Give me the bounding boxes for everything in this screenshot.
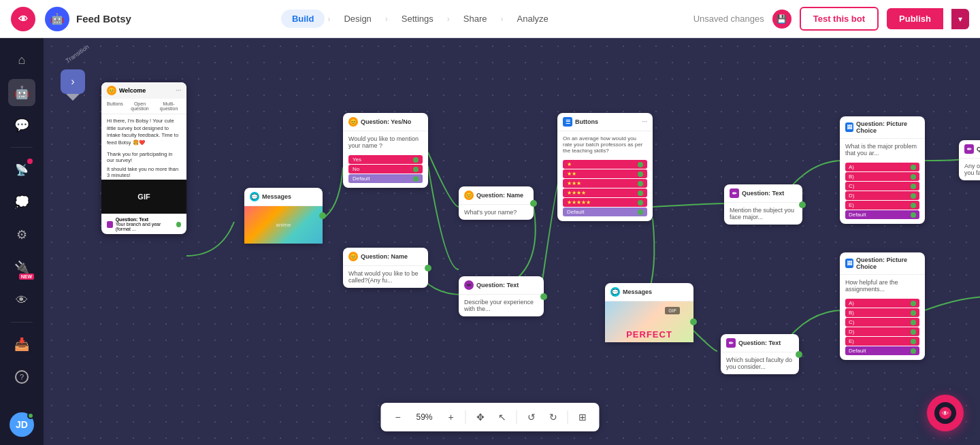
- tab-settings[interactable]: Settings: [391, 10, 444, 28]
- welcome-time-text: It should take you no more than 3 minute…: [101, 165, 186, 180]
- sidebar-item-home[interactable]: ⌂: [8, 46, 35, 73]
- pic1-c: C): [845, 182, 919, 191]
- default-label: Default: [353, 176, 370, 182]
- flow-canvas[interactable]: Transition › 😊 Welcome ··· Buttons Open …: [44, 38, 980, 445]
- star1: ★: [563, 160, 647, 169]
- sidebar-item-whatsapp[interactable]: 💬: [8, 112, 35, 139]
- text2-icon: ✏: [730, 188, 739, 198]
- tab-share[interactable]: Share: [453, 10, 498, 28]
- star3-connector: [638, 181, 643, 186]
- sidebar-item-audience[interactable]: 👁: [8, 286, 35, 314]
- sidebar-item-plugin[interactable]: 🔌 NEW: [8, 254, 35, 281]
- pc2def-label: Default: [849, 348, 866, 354]
- sidebar-item-conversations[interactable]: 💭: [8, 188, 35, 216]
- buttons-action[interactable]: Buttons: [107, 101, 123, 111]
- pc2b-conn: [911, 310, 916, 316]
- sidebar-separator-2: [11, 322, 33, 323]
- welcome-menu[interactable]: ···: [176, 87, 181, 94]
- sidebar-item-integrations[interactable]: ⚙: [8, 221, 35, 248]
- star4-label: ★★★★: [567, 190, 586, 196]
- text3-body: Which subject faculty do you consider...: [721, 352, 799, 374]
- buttons-menu[interactable]: ···: [642, 118, 647, 125]
- welcome-body-text: Hi there, I'm Botsy ! Your cute little s…: [101, 114, 186, 150]
- grid-button[interactable]: ⊞: [572, 407, 593, 427]
- pic2-d: D): [845, 327, 919, 336]
- name2-body: What would you like to be called?(Any fu…: [343, 266, 428, 288]
- pic1-title: Question: Picture Choice: [856, 120, 919, 134]
- messages2-title: Messages: [623, 289, 652, 295]
- pc2d-label: D): [849, 329, 854, 335]
- pic-choice-1-node: 🖼 Question: Picture Choice What is the m…: [840, 116, 925, 224]
- sidebar-separator-1: [11, 147, 33, 148]
- tab-build[interactable]: Build: [281, 10, 325, 28]
- name1-icon: 😊: [464, 191, 474, 200]
- textR1-title: Question: Text: [977, 146, 980, 152]
- sidebar-item-broadcast[interactable]: 📡: [8, 156, 35, 183]
- publish-button[interactable]: Publish: [887, 8, 943, 29]
- online-indicator: [27, 412, 34, 419]
- question-text-3-node: ✏ Question: Text Which subject faculty d…: [721, 334, 799, 374]
- user-avatar[interactable]: JD: [10, 412, 34, 437]
- star1-connector: [638, 162, 643, 167]
- pc1c-label: C): [849, 183, 854, 189]
- text1-header: ✏ Question: Text: [459, 276, 544, 295]
- multi-question-action[interactable]: Multi-question: [157, 101, 181, 111]
- name1-header: 😊 Question: Name: [459, 186, 534, 205]
- stars-default-connector: [638, 210, 643, 215]
- star5-connector: [638, 200, 643, 205]
- audience-icon: 👁: [16, 293, 28, 308]
- welcome-message: Hi there, I'm Botsy ! Your cute little s…: [107, 118, 178, 146]
- pc2e-label: E): [849, 338, 854, 344]
- tab-analyze[interactable]: Analyze: [506, 10, 559, 28]
- gif-badge: GIF: [665, 307, 680, 314]
- zoom-out-button[interactable]: −: [387, 407, 408, 427]
- chat-float-icon: 👁: [934, 402, 956, 424]
- yesno-header: 😊 Question: Yes/No: [343, 113, 428, 131]
- pic2-c: C): [845, 318, 919, 327]
- select-tool-button[interactable]: ↖: [492, 407, 512, 427]
- pic1-icon: 🖼: [845, 122, 853, 132]
- bot-icon: 🤖: [14, 85, 29, 100]
- no-connector: [413, 167, 419, 172]
- messages2-gif: GIF PERFECT: [605, 301, 693, 342]
- logo-icon: 👁: [18, 14, 28, 24]
- stars-default-label: Default: [567, 209, 584, 215]
- pic1-a: A): [845, 163, 919, 171]
- name2-title: Question: Name: [361, 253, 408, 260]
- question-text-1-node: ✏ Question: Text Describe your experienc…: [459, 276, 544, 316]
- pic1-e: E): [845, 201, 919, 210]
- pic1-options: A) B) C) D) E) Default: [840, 161, 925, 221]
- text2-title: Question: Text: [742, 190, 784, 197]
- star2-label: ★★: [567, 171, 576, 177]
- open-question-action[interactable]: Open question: [127, 101, 152, 111]
- pic-choice-2-node: 🖼 Question: Picture Choice How helpful a…: [840, 252, 925, 360]
- no-label: No: [353, 166, 359, 172]
- save-indicator[interactable]: 💾: [772, 10, 791, 29]
- tab-design[interactable]: Design: [333, 10, 382, 28]
- pic2-header: 🖼 Question: Picture Choice: [840, 252, 925, 275]
- textR1-icon: ✏: [964, 144, 974, 154]
- chat-float-button[interactable]: 👁: [927, 395, 964, 431]
- collapse-button[interactable]: ›: [61, 69, 85, 94]
- pic2-b: B): [845, 308, 919, 317]
- publish-dropdown-button[interactable]: ▾: [951, 9, 969, 29]
- sidebar-item-help[interactable]: ?: [8, 363, 35, 391]
- pc1e-label: E): [849, 202, 854, 208]
- messages-img-content: anime: [244, 206, 323, 244]
- pan-tool-button[interactable]: ✥: [470, 407, 491, 427]
- zoom-value: 59%: [409, 410, 439, 425]
- star5-label: ★★★★★: [567, 199, 591, 205]
- pc2c-label: C): [849, 319, 854, 325]
- topbar: 👁 🤖 Feed Botsy Build › Design › Settings…: [0, 0, 980, 38]
- save-icon: 💾: [777, 14, 787, 24]
- sidebar-item-bot[interactable]: 🤖: [8, 79, 35, 106]
- test-bot-button[interactable]: Test this bot: [800, 7, 879, 31]
- zoom-in-button[interactable]: +: [441, 407, 461, 427]
- sidebar-item-inbox[interactable]: 📥: [8, 331, 35, 358]
- messages-img-label: anime: [276, 222, 291, 228]
- chat-inner-icon: 👁: [939, 407, 951, 419]
- textR1-header: ✏ Question: Text: [959, 140, 980, 159]
- redo-button[interactable]: ↻: [543, 407, 564, 427]
- undo-button[interactable]: ↺: [521, 407, 542, 427]
- integrations-icon: ⚙: [16, 227, 27, 242]
